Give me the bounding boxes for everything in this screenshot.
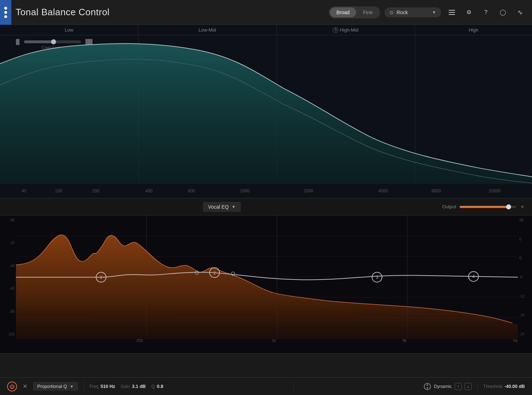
eq-db-neg40: -40: [10, 264, 15, 268]
eq-db-right-6: 6: [519, 237, 521, 241]
fine-button[interactable]: Fine: [357, 7, 379, 17]
eq-type-arrow: ▼: [70, 384, 74, 389]
preset-selector[interactable]: ⊙ Rock ▼: [384, 7, 441, 17]
eq-db-right-0: 0: [519, 256, 521, 260]
freq-400: 400: [145, 188, 153, 193]
eq-db-right-header: dB: [519, 218, 523, 222]
freq-100: 100: [55, 188, 62, 193]
dynamic-up-button[interactable]: ↑: [455, 383, 462, 390]
output-section: Output ▼: [442, 204, 525, 210]
eq-node-2-label: 2: [214, 271, 216, 276]
freq-600: 600: [188, 188, 195, 193]
freq-1000: 1000: [240, 188, 250, 193]
preset-dropdown-arrow: ▼: [432, 10, 436, 15]
separator-1: [84, 382, 84, 391]
logo-dot-2: [4, 11, 7, 14]
eq-freq-2k: 2k: [272, 338, 276, 343]
gain-label: Gain: [121, 384, 130, 389]
gain-value: 3.1 dB: [132, 384, 146, 389]
hamburger-line-1: [449, 10, 455, 11]
output-slider-thumb[interactable]: [506, 204, 511, 209]
q-value: 0.8: [157, 384, 163, 389]
band-labels-row: Low Low-Mid S High-Mid High: [0, 25, 532, 35]
freq-10000: 10000: [489, 188, 500, 193]
hamburger-line-2: [449, 12, 455, 13]
settings-button[interactable]: ⚙: [462, 6, 475, 19]
eq-db-label-header: dB: [10, 218, 15, 222]
freq-labels: 40 100 200 400 600 1000 2000 4000 6000 1…: [0, 184, 532, 198]
eq-selector-label: Vocal EQ: [208, 204, 228, 210]
separator-2: [293, 382, 294, 391]
dynamic-down-button[interactable]: ↓: [465, 383, 472, 390]
dynamic-updown-svg: [425, 384, 430, 389]
middle-bar: Vocal EQ ▼ Output ▼: [0, 198, 532, 215]
eq-selector[interactable]: Vocal EQ ▼: [203, 202, 240, 212]
threshold-section: Threshold -40.00 dB: [483, 384, 525, 389]
main-spectrum: Low Low-Mid S High-Mid High ▐▌ Crest Fac…: [0, 25, 532, 198]
eq-freq-hz: Hz: [513, 338, 518, 343]
headphones-button[interactable]: ◯: [497, 6, 509, 19]
output-slider-fill: [460, 206, 510, 208]
bottom-bar: ⏻ ✕ Proportional Q ▼ Freq 510 Hz Gain 3.…: [0, 377, 532, 395]
broad-fine-toggle: Broad Fine: [329, 6, 380, 18]
eq-db-neg60: -60: [10, 287, 15, 290]
eq-db-neg20: -20: [10, 241, 15, 245]
gain-param: Gain 3.1 dB: [121, 384, 146, 389]
dynamic-arrows-icon[interactable]: [424, 383, 431, 390]
band-high-mid: S High-Mid: [277, 25, 415, 35]
eq-db-right-neg6: -6: [519, 275, 522, 279]
band-low-mid-label: Low-Mid: [199, 27, 216, 33]
band-high-mid-label: S High-Mid: [333, 27, 358, 33]
header: Tonal Balance Control Broad Fine ⊙ Rock …: [0, 0, 532, 25]
menu-button[interactable]: [445, 6, 458, 19]
eq-svg: 1 2 3 4: [16, 215, 518, 339]
band-high: High: [415, 25, 532, 35]
eq-node-4-label: 4: [472, 275, 475, 280]
spectrum-svg: [0, 35, 532, 184]
band-low: Low: [0, 25, 138, 35]
eq-node-3-label: 3: [376, 275, 378, 280]
eq-type-label: Proportional Q: [37, 384, 67, 389]
eq-db-labels-left: dB -20 -40 -60 -80 -100: [0, 215, 16, 339]
output-dropdown-arrow[interactable]: ▼: [520, 204, 525, 210]
logo-dot-1: [4, 7, 7, 10]
eq-panel: dB -20 -40 -60 -80 -100 dB 6 0 -6 -12 -1…: [0, 215, 532, 354]
eq-db-neg80: -80: [10, 310, 15, 314]
preset-vinyl-icon: ⊙: [389, 10, 394, 15]
eq-db-right-neg24: -24: [519, 332, 524, 336]
eq-freq-8k: 8k: [403, 338, 407, 343]
eq-node-1-label: 1: [100, 275, 102, 280]
threshold-label: Threshold: [483, 384, 502, 389]
waveform-button[interactable]: ∿: [514, 6, 526, 19]
help-button[interactable]: ?: [480, 6, 492, 19]
power-button[interactable]: ⏻: [7, 382, 17, 391]
eq-type-selector[interactable]: Proportional Q ▼: [33, 382, 78, 391]
q-param: Q 0.8: [151, 384, 163, 389]
spectrum-canvas: [0, 35, 532, 184]
app-title: Tonal Balance Control: [16, 7, 325, 18]
band-s-circle: S: [333, 27, 338, 33]
output-slider[interactable]: [460, 206, 516, 208]
freq-6000: 6000: [432, 188, 441, 193]
band-low-label: Low: [65, 27, 73, 33]
freq-param: Freq 510 Hz: [90, 384, 115, 389]
eq-db-labels-right: dB 6 0 -6 -12 -18 -24: [518, 215, 532, 339]
close-button[interactable]: ✕: [23, 383, 27, 390]
broad-button[interactable]: Broad: [330, 7, 356, 17]
eq-db-right-neg18: -18: [519, 313, 524, 317]
eq-freq-250: 250: [137, 338, 143, 343]
band-low-mid: Low-Mid: [138, 25, 277, 35]
eq-spectrum-fill: [16, 235, 518, 339]
band-high-mid-text: High-Mid: [340, 27, 358, 33]
dynamic-label: Dynamic: [434, 384, 452, 389]
eq-canvas: 1 2 3 4 250 2k 8k Hz: [16, 215, 518, 339]
freq-40: 40: [22, 188, 26, 193]
logo-dot-3: [4, 15, 7, 18]
logo-dots: [0, 0, 11, 25]
freq-value: 510 Hz: [100, 384, 115, 389]
freq-4000: 4000: [378, 188, 388, 193]
dynamic-section: Dynamic ↑ ↓: [424, 383, 472, 390]
band-high-label: High: [469, 27, 478, 33]
eq-db-neg100: -100: [7, 332, 15, 336]
eq-db-right-neg12: -12: [519, 294, 524, 298]
